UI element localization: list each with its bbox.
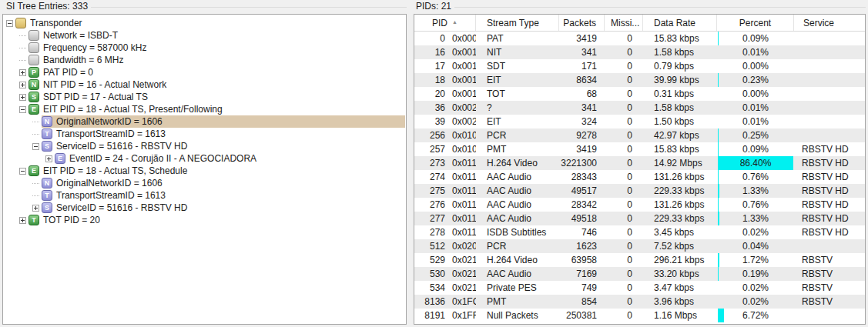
service-cell — [794, 59, 865, 73]
table-row[interactable]: 2740x0112AAC Audio283430131.26 kbps0.76%… — [414, 170, 865, 184]
percent-value: 0.01% — [742, 116, 769, 127]
tree-item[interactable]: EEIT PID = 18 - Actual TS, Schedule — [3, 165, 406, 177]
pid-hex: 0x0011 — [452, 59, 476, 73]
pid-hex: 0x0115 — [452, 212, 476, 225]
tree-item[interactable]: NOriginalNetworkID = 1606 — [3, 115, 406, 128]
expand-plus-icon[interactable] — [19, 69, 26, 76]
stream-type-cell: PMT — [476, 295, 559, 309]
expand-plus-icon[interactable] — [19, 82, 26, 88]
tree-item[interactable]: SSDT PID = 17 - Actual TS — [3, 91, 406, 103]
percent-value: 86.40% — [740, 158, 772, 169]
tree-item[interactable]: NOriginalNetworkID = 1606 — [3, 177, 406, 189]
table-row[interactable]: 2770x0115AAC Audio495180229.33 kbps1.33%… — [414, 212, 865, 225]
pid-decimal: 534 — [414, 281, 445, 295]
column-header-packets[interactable]: Packets — [559, 15, 605, 31]
tree-item[interactable]: TTransportStreamID = 1613 — [3, 128, 406, 140]
expand-plus-icon[interactable] — [32, 205, 39, 212]
stream-type-cell: ? — [476, 101, 559, 115]
pid-cell: 160x0010 — [414, 45, 476, 59]
column-header-label: Packets — [563, 18, 596, 28]
column-header-stream-type[interactable]: Stream Type — [476, 15, 559, 31]
tree-item[interactable]: Transponder — [3, 17, 406, 29]
column-header-data-rate[interactable]: Data Rate — [643, 15, 717, 31]
percent-value: 6.72% — [742, 310, 769, 321]
table-row[interactable]: 170x0011SDT17100.79 kbps0.00% — [414, 59, 865, 73]
tree-item[interactable]: PPAT PID = 0 — [3, 66, 406, 78]
node-purple-icon: N — [42, 116, 52, 127]
si-tree-panel: TransponderNetwork = ISBD-TFrequency = 5… — [2, 14, 407, 325]
column-header-missing[interactable]: Missi... — [605, 15, 643, 31]
table-row[interactable]: 2560x0100PCR9278042.97 kbps0.25% — [414, 128, 865, 142]
table-row[interactable]: 81910x1FFFNull Packets25038101.16 Mbps6.… — [414, 309, 865, 322]
percent-cell: 0.00% — [717, 59, 794, 73]
expand-plus-icon[interactable] — [19, 94, 26, 101]
stream-type-cell: SDT — [476, 59, 559, 73]
pid-cell: 170x0011 — [414, 59, 476, 73]
divider-line — [454, 7, 866, 8]
pid-decimal: 277 — [414, 212, 445, 225]
percent-value: 0.02% — [742, 227, 769, 238]
stream-type-cell: AAC Audio — [476, 267, 559, 281]
packets-cell: 854 — [559, 295, 605, 309]
service-cell — [794, 87, 865, 101]
table-row[interactable]: 200x0014TOT6800.31 kbps0.00% — [414, 87, 865, 101]
column-header-pid[interactable]: PID▲ — [414, 15, 476, 31]
percent-cell: 1.33% — [717, 184, 794, 198]
service-cell: RBSTV — [794, 281, 865, 295]
expand-plus-icon[interactable] — [45, 155, 52, 162]
table-row[interactable]: 00x0000PAT3419015.83 kbps0.09% — [414, 32, 865, 45]
table-row[interactable]: 5120x0200PCR162307.52 kbps0.04% — [414, 239, 865, 253]
pid-cell: 5290x0211 — [414, 253, 476, 267]
tree-item[interactable]: EEIT PID = 18 - Actual TS, Present/Follo… — [3, 103, 406, 115]
table-row[interactable]: 5290x0211H.264 Video639580296.21 kbps1.7… — [414, 253, 865, 267]
table-row[interactable]: 390x0027EIT32401.50 kbps0.01% — [414, 115, 865, 128]
table-row[interactable]: 5300x0212AAC Audio7169033.20 kbps0.19%RB… — [414, 267, 865, 281]
tree-connector-stub — [32, 122, 39, 122]
tree-item[interactable]: Network = ISBD-T — [3, 29, 406, 42]
column-header-percent[interactable]: Percent — [717, 15, 794, 31]
pid-cell: 2740x0112 — [414, 170, 476, 184]
percent-bar — [718, 170, 719, 184]
collapse-minus-icon[interactable] — [32, 143, 39, 150]
collapse-minus-icon[interactable] — [19, 106, 26, 113]
percent-value: 0.19% — [742, 269, 769, 279]
pid-hex: 0x0024 — [452, 101, 476, 115]
tree-item[interactable]: EEventID = 24 - Corujão II - A NEGOCIADO… — [3, 152, 406, 165]
table-row[interactable]: 160x0010NIT34101.58 kbps0.01% — [414, 45, 865, 59]
pid-hex: 0x0010 — [452, 45, 476, 59]
expand-plus-icon[interactable] — [19, 217, 26, 224]
column-header-service[interactable]: Service — [794, 15, 865, 31]
tree-item-label: EIT PID = 18 - Actual TS, Present/Follow… — [43, 104, 223, 115]
table-row[interactable]: 180x0012EIT8634039.99 kbps0.23% — [414, 73, 865, 87]
pid-cell: 5300x0212 — [414, 267, 476, 281]
table-row[interactable]: 5340x0216Private PES74903.47 kbps0.02%RB… — [414, 281, 865, 295]
missing-cell: 0 — [605, 32, 643, 45]
table-row[interactable]: 2570x0101PMT3419015.83 kbps0.09%RBSTV HD — [414, 142, 865, 156]
packets-cell: 171 — [559, 59, 605, 73]
collapse-minus-icon[interactable] — [6, 20, 13, 27]
tree-item[interactable]: NNIT PID = 16 - Actual Network — [3, 78, 406, 91]
tree-item[interactable]: TTOT PID = 20 — [3, 214, 406, 226]
stream-type-cell: AAC Audio — [476, 170, 559, 184]
table-row[interactable]: 2760x0114AAC Audio283420131.26 kbps0.76%… — [414, 198, 865, 212]
tree-item[interactable]: TTransportStreamID = 1613 — [3, 189, 406, 202]
tree-item[interactable]: SServiceID = 51616 - RBSTV HD — [3, 140, 406, 152]
percent-cell: 0.04% — [717, 239, 794, 253]
table-row[interactable]: 2780x0116ISDB Subtitles74603.45 kbps0.02… — [414, 225, 865, 239]
pid-hex: 0x1FC8 — [452, 295, 476, 309]
data-rate-cell: 296.21 kbps — [643, 253, 717, 267]
table-row[interactable]: 360x0024?34101.58 kbps0.01% — [414, 101, 865, 115]
percent-cell: 0.09% — [717, 142, 794, 156]
tree-item-label: EventID = 24 - Corujão II - A NEGOCIADOR… — [69, 153, 256, 164]
table-row[interactable]: 2750x0113AAC Audio495170229.33 kbps1.33%… — [414, 184, 865, 198]
percent-cell: 86.40% — [717, 156, 794, 170]
table-row[interactable]: 2730x0111H.264 Video3221300014.92 Mbps86… — [414, 156, 865, 170]
tree-item[interactable]: SServiceID = 51616 - RBSTV HD — [3, 202, 406, 214]
collapse-minus-icon[interactable] — [19, 168, 26, 175]
missing-cell: 0 — [605, 253, 643, 267]
tree-item[interactable]: Frequency = 587000 kHz — [3, 42, 406, 54]
data-rate-cell: 131.26 kbps — [643, 198, 717, 212]
percent-cell: 0.01% — [717, 115, 794, 128]
table-row[interactable]: 81360x1FC8PMT85403.96 kbps0.02%RBSTV — [414, 295, 865, 309]
tree-item[interactable]: Bandwidth = 6 MHz — [3, 54, 406, 66]
